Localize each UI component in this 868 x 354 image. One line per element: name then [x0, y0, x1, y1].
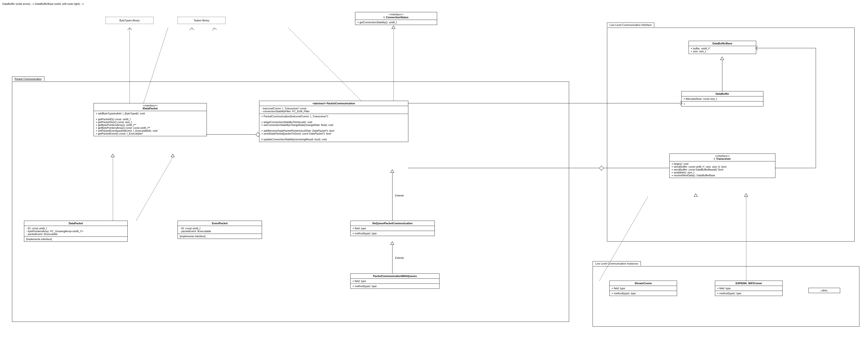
- gen-noqueue-packetcomm: [392, 173, 393, 221]
- assoc-packetcomm-databuffer: [408, 103, 681, 103]
- spacer2: [261, 126, 406, 129]
- class-name: DataPacket: [26, 222, 125, 225]
- class-name: I_Transceiver: [672, 157, 773, 160]
- op: + sendDataPacket(packetToSend: cosnt Dat…: [261, 132, 406, 135]
- class-packetcommunicationwithqueues: PacketCommunicationWithQueues + field: t…: [350, 273, 439, 289]
- class-eventpacket: EventPacket - ID: const uint8_t - packet…: [178, 221, 262, 239]
- attr: - packetEvent: IExecutable: [26, 233, 125, 235]
- op: + setPacketEvent(packetEvent: I_Executab…: [96, 129, 205, 132]
- class-databufferbase: DataBufferBase + buffer: uint8_t* + size…: [688, 41, 756, 54]
- attr: - ID: const uint8_t: [26, 227, 125, 230]
- agg-packetcomm-itransceiver: [408, 168, 669, 168]
- class-name: <abstract> PacketCommunication: [261, 102, 406, 105]
- attr: - bytePointersArray: FC_GrowingArray<uin…: [26, 230, 125, 233]
- op: + method(type): type: [612, 292, 675, 295]
- class-datapacket: DataPacket - ID: const uint8_t - bytePoi…: [24, 221, 128, 242]
- op: + available(): size_t: [672, 171, 773, 174]
- arrowhead: [127, 28, 132, 32]
- op: + getConnectionStability(): uint8_t: [357, 21, 435, 24]
- op: + setConnectionStabilityChangeRate(chang…: [261, 124, 406, 126]
- attr: + field: type: [612, 287, 675, 290]
- stereotype: <<interface>>: [96, 104, 205, 107]
- label: Tasker library: [194, 19, 209, 22]
- realize-wificomm-itransceiver: [746, 197, 746, 281]
- triangle: [171, 154, 175, 157]
- op: + adaptConnectionStabilityToInterval(): …: [261, 121, 406, 124]
- op: + method(type): type: [352, 285, 437, 288]
- stereotype: <<interface>>: [357, 13, 435, 16]
- triangle: [694, 193, 698, 197]
- attr: + buffer: uint8_t*: [691, 47, 754, 50]
- class-databuffer: DataBuffer + AllocatedSize: const size_t…: [681, 91, 764, 106]
- class-packetcommunication: <abstract> PacketCommunication - lowLeve…: [259, 101, 408, 142]
- attr: + field: type: [717, 287, 780, 290]
- op: + send(buffer: const DataBufferBase&): b…: [672, 168, 773, 171]
- op: # updateConnectionStability(receivingRes…: [261, 138, 406, 141]
- package-low-level-instances: Low Level Communication Instances: [593, 266, 859, 327]
- diamond: [599, 166, 604, 170]
- attr: - lowLevelComm: I_Transceiver* const: [261, 107, 406, 110]
- class-name: DataBuffer: [683, 92, 761, 95]
- bytetypes-library-note: ByteTypes library: [105, 17, 154, 24]
- class-name: ESP8266_WiFiComm: [717, 282, 780, 285]
- class-name: PacketCommunicationWithQueues: [352, 275, 437, 278]
- extends-label: Extends: [395, 194, 404, 197]
- attr: + field: type: [352, 227, 433, 230]
- arrowhead: [189, 28, 194, 32]
- op: + addByteType(toAdd: I_ByteType&): void: [96, 112, 205, 115]
- op: + PacketCommunication(lowLevelComm: I_Tr…: [261, 115, 406, 118]
- class-name: IDataPacket: [96, 107, 205, 110]
- op: + getBytePointersArray(): uint8_t**: [96, 124, 205, 126]
- spacer: [261, 118, 406, 121]
- attr: - connectionStabilityFilter: FC_EVA_Filt…: [261, 110, 406, 113]
- op: + send(buffer: const uint8_t*, size: siz…: [672, 165, 773, 168]
- triangle: [720, 57, 724, 60]
- package-label: Low Level Communication Instances: [593, 261, 641, 266]
- assoc-itransceiver-databufferbase-h1: [775, 168, 816, 168]
- triangle: [390, 169, 394, 173]
- class-name: DataBufferBase: [691, 42, 754, 45]
- attr: - ID: const uint8_t: [180, 227, 260, 230]
- dep-idatapacket-bytetypes: [129, 28, 130, 103]
- spacer3: [261, 135, 406, 138]
- tasker-library-note: Tasker library: [178, 17, 225, 24]
- class-other: ..other..: [808, 288, 840, 293]
- class-name: EventPacket: [180, 222, 260, 225]
- stereotype: <<interface>>: [672, 155, 773, 157]
- label: ByteTypes library: [120, 19, 140, 22]
- class-name: I_ConnectionStatus: [357, 16, 435, 19]
- op: +: [683, 102, 761, 105]
- op: + getBytePointersArray() const: const ui…: [96, 126, 205, 129]
- op: + getPacketID() const: uint8_t: [96, 118, 205, 121]
- package-low-level-interface: Low Level Communication Interface: [607, 28, 855, 242]
- op: + getPacketEvent() const: I_Executable*: [96, 132, 205, 135]
- attr: + field: type: [352, 280, 437, 283]
- class-noqueuepacketcommunication: NoQueuePacketCommunication + field: type…: [350, 221, 435, 236]
- extends-label: Extends: [395, 257, 404, 259]
- class-name: NoQueuePacketCommunication: [352, 222, 433, 225]
- assoc-itransceiver-databufferbase-h2: [756, 48, 816, 48]
- op: + addReceiveDataPacketPointer(recDPptr: …: [261, 129, 406, 132]
- op: + method(type): type: [717, 292, 780, 295]
- package-label: Packet Communication: [12, 76, 44, 81]
- gen-databuffer-databufferbase: [722, 60, 722, 91]
- class-esp8266-wificomm: ESP8266_WiFiComm + field: type + method(…: [715, 281, 783, 296]
- triangle: [111, 154, 115, 157]
- attr: + AllocatedSize: const size_t: [683, 97, 761, 100]
- note: [implements interface]: [26, 238, 125, 240]
- class-idatapacket: <<interface>> IDataPacket + addByteType(…: [94, 103, 207, 136]
- package-label: Low Level Communication Interface: [607, 23, 654, 27]
- gen-withqueues-noqueue: [392, 245, 393, 273]
- class-name: ..other..: [811, 289, 838, 292]
- op: + begin(): void: [672, 162, 773, 165]
- arrowhead: [213, 28, 217, 32]
- class-i-connectionstatus: <<interface>> I_ConnectionStatus + getCo…: [355, 12, 437, 25]
- class-streamcomm: StreamComm + field: type + method(type):…: [609, 281, 677, 296]
- triangle: [392, 25, 395, 29]
- triangle: [390, 241, 394, 245]
- triangle: [744, 193, 748, 197]
- class-name: StreamComm: [612, 282, 675, 285]
- spacer: [96, 115, 205, 118]
- op: + getPacketSize() const: size_t: [96, 121, 205, 124]
- op: + method(type): type: [352, 232, 433, 235]
